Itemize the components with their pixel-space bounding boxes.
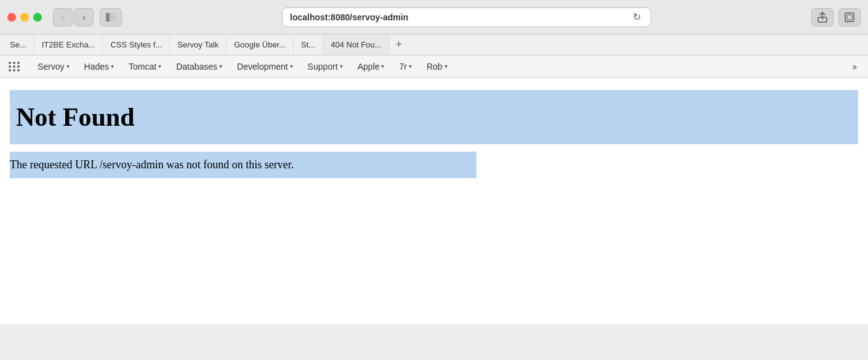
address-input[interactable] <box>290 12 630 22</box>
title-bar: ‹ › ↻ <box>0 0 868 35</box>
expand-button[interactable] <box>838 8 861 27</box>
grid-dot <box>17 69 20 72</box>
chevron-down-icon: ▾ <box>290 63 293 70</box>
bookmark-item[interactable]: Servoy Talk <box>170 35 227 55</box>
bookmark-item[interactable]: IT2BE Excha... <box>34 35 103 55</box>
chevron-down-icon: ▾ <box>444 63 448 70</box>
grid-dot <box>9 62 11 64</box>
minimize-button[interactable] <box>20 13 29 22</box>
grid-dot <box>13 65 15 68</box>
window-controls <box>7 13 42 22</box>
grid-dot <box>13 69 15 72</box>
bookmark-item[interactable]: Google Über... <box>227 35 294 55</box>
grid-dot <box>17 62 20 64</box>
chevron-down-icon: ▾ <box>219 63 222 70</box>
chevron-down-icon: ▾ <box>381 63 384 70</box>
grid-dot <box>9 69 11 72</box>
svg-rect-3 <box>845 13 854 22</box>
bookmark-item-active[interactable]: 404 Not Fou... <box>323 35 389 55</box>
nav-arrows: ‹ › <box>53 8 94 27</box>
grid-dot <box>17 65 20 68</box>
nav-menu-tomcat[interactable]: Tomcat ▾ <box>123 58 167 75</box>
chevron-down-icon: ▾ <box>66 63 70 70</box>
nav-menu-databases[interactable]: Databases ▾ <box>170 58 228 75</box>
maximize-button[interactable] <box>33 13 42 22</box>
grid-dot <box>9 65 11 68</box>
bookmark-item[interactable]: Se... <box>2 35 34 55</box>
svg-rect-1 <box>111 13 116 22</box>
grid-dot <box>13 62 15 64</box>
address-bar-container: ↻ <box>282 7 651 27</box>
forward-button[interactable]: › <box>74 8 94 27</box>
nav-menu-development[interactable]: Development ▾ <box>231 58 299 75</box>
nav-menu-rob[interactable]: Rob ▾ <box>420 58 454 75</box>
nav-menu-7r[interactable]: 7r ▾ <box>393 58 417 75</box>
page-content: Not Found The requested URL /servoy-admi… <box>0 78 868 324</box>
svg-rect-4 <box>847 15 852 20</box>
chevron-down-icon: ▾ <box>409 63 412 70</box>
toolbar-right <box>811 8 861 27</box>
svg-rect-0 <box>106 13 110 22</box>
bookmarks-bar: Se... IT2BE Excha... CSS Styles f... Ser… <box>0 35 868 55</box>
sidebar-button[interactable] <box>100 8 122 27</box>
nav-bar: Servoy ▾ Hades ▾ Tomcat ▾ Databases ▾ De… <box>0 55 868 78</box>
nav-menu-servoy[interactable]: Servoy ▾ <box>31 58 76 75</box>
bookmark-item[interactable]: St... <box>294 35 323 55</box>
add-tab-button[interactable]: + <box>390 35 409 55</box>
back-button[interactable]: ‹ <box>53 8 73 27</box>
apps-grid-icon[interactable] <box>5 58 24 75</box>
reload-button[interactable]: ↻ <box>630 11 643 23</box>
nav-menu-apple[interactable]: Apple ▾ <box>352 58 391 75</box>
nav-menu-hades[interactable]: Hades ▾ <box>78 58 120 75</box>
nav-overflow-button[interactable]: » <box>846 58 863 75</box>
bookmark-item[interactable]: CSS Styles f... <box>103 35 170 55</box>
not-found-heading: Not Found <box>10 90 858 144</box>
chevron-down-icon: ▾ <box>158 63 161 70</box>
nav-menu-support[interactable]: Support ▾ <box>302 58 349 75</box>
chevron-down-icon: ▾ <box>111 63 114 70</box>
not-found-body: The requested URL /servoy-admin was not … <box>10 152 858 178</box>
close-button[interactable] <box>7 13 16 22</box>
share-button[interactable] <box>811 8 834 27</box>
chevron-down-icon: ▾ <box>340 63 343 70</box>
